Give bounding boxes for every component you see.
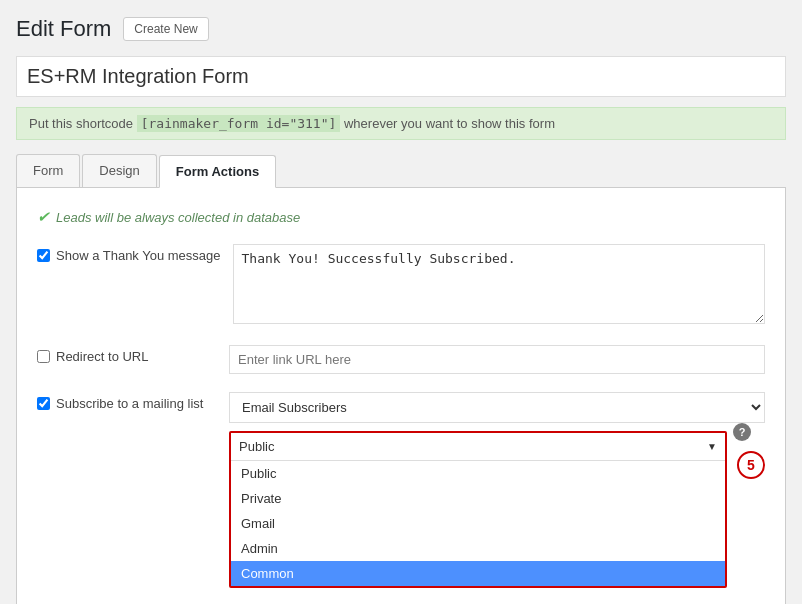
tabs: Form Design Form Actions [16,154,786,188]
info-row: ✔ Leads will be always collected in data… [37,208,765,226]
dropdown-option-common[interactable]: Common [231,561,725,586]
label-text-subscribe-mailing: Subscribe to a mailing list [56,396,203,411]
shortcode-value: [rainmaker_form id="311"] [137,115,341,132]
dropdown-row-wrapper: Public ▼ Public Private Gmail Admin Comm… [229,423,765,588]
dropdown-option-admin[interactable]: Admin [231,536,725,561]
info-text: Leads will be always collected in databa… [56,210,300,225]
row-redirect-url: Redirect to URL [37,345,765,374]
badge-number: 5 [737,451,765,479]
dropdown-box: Public ▼ Public Private Gmail Admin Comm… [229,431,727,588]
dropdown-option-private[interactable]: Private [231,486,725,511]
dropdown-arrow-icon: ▼ [707,441,717,452]
url-input[interactable] [229,345,765,374]
checkbox-subscribe-mailing[interactable] [37,397,50,410]
form-name-input[interactable] [16,56,786,97]
tab-form[interactable]: Form [16,154,80,187]
dropdown-selected-label: Public [239,439,274,454]
label-text-show-thank-you: Show a Thank You message [56,248,221,263]
control-subscribe-mailing: Email Subscribers Public ▼ Public Privat… [229,392,765,588]
checkbox-show-thank-you[interactable] [37,249,50,262]
form-actions-content: ✔ Leads will be always collected in data… [16,188,786,604]
shortcode-bar: Put this shortcode [rainmaker_form id="3… [16,107,786,140]
label-text-redirect-url: Redirect to URL [56,349,148,364]
row-show-thank-you: Show a Thank You message Thank You! Succ… [37,244,765,327]
control-show-thank-you: Thank You! Successfully Subscribed. [233,244,765,327]
label-subscribe-mailing: Subscribe to a mailing list [37,392,217,411]
dropdown-option-gmail[interactable]: Gmail [231,511,725,536]
help-icon-wrapper: ? 5 [727,423,765,479]
create-new-button[interactable]: Create New [123,17,208,41]
shortcode-prefix: Put this shortcode [29,116,133,131]
control-redirect-url [229,345,765,374]
shortcode-suffix: wherever you want to show this form [344,116,555,131]
help-icon[interactable]: ? [733,423,751,441]
dropdown-option-public[interactable]: Public [231,461,725,486]
dropdown-selected[interactable]: Public ▼ [231,433,725,461]
mailing-list-select[interactable]: Email Subscribers [229,392,765,423]
checkmark-icon: ✔ [37,208,50,226]
tab-design[interactable]: Design [82,154,156,187]
checkbox-redirect-url[interactable] [37,350,50,363]
thankyou-textarea[interactable]: Thank You! Successfully Subscribed. [233,244,765,324]
page-title: Edit Form [16,16,111,42]
label-redirect-url: Redirect to URL [37,345,217,364]
tab-form-actions[interactable]: Form Actions [159,155,276,188]
dropdown-list: Public Private Gmail Admin Common [231,461,725,586]
label-show-thank-you: Show a Thank You message [37,244,221,263]
row-subscribe-mailing: Subscribe to a mailing list Email Subscr… [37,392,765,588]
